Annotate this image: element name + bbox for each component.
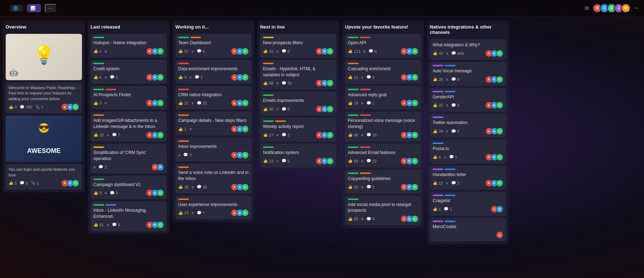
board-card[interactable]: Campaign dashboard V2 👍9≡💬3ABC bbox=[91, 176, 167, 200]
board-card[interactable]: Add social media pixel to retarget prosp… bbox=[345, 196, 421, 226]
board-card[interactable]: Team Dashboard 👍57≡💬6ABC bbox=[175, 34, 252, 58]
like-count[interactable]: 👍5 bbox=[9, 181, 17, 185]
avatar[interactable]: M bbox=[621, 4, 630, 13]
like-count[interactable]: 👍69 bbox=[348, 159, 358, 163]
filters-button[interactable]: ⊟ bbox=[585, 5, 591, 11]
board-card[interactable]: Copywriting guidelines 👍35≡💬2ABC bbox=[345, 170, 421, 194]
like-count[interactable]: 👍1 bbox=[433, 207, 441, 211]
comment-count[interactable]: 💬5 bbox=[282, 159, 290, 163]
board-card[interactable]: Weekly activity report 👍27≡💬2ABC bbox=[260, 118, 336, 141]
board-card[interactable]: Inbox improvements ≡💬3ABC bbox=[175, 138, 252, 161]
like-count[interactable]: 👍19 bbox=[348, 101, 358, 105]
like-count[interactable]: 👍31 bbox=[263, 49, 273, 53]
comment-count[interactable]: 💬16 bbox=[197, 185, 207, 189]
like-count[interactable]: 👍4 bbox=[178, 75, 186, 79]
comment-count[interactable]: 💬22 bbox=[197, 101, 207, 105]
board-card[interactable]: User experience improvements 👍13≡💬7ABC bbox=[175, 196, 252, 220]
comment-count[interactable]: 💬1 bbox=[366, 75, 375, 79]
board-card[interactable]: GenderAPI 👍22≡💬5ABC bbox=[430, 88, 506, 112]
board-card[interactable]: Cascading enrichment 👍12≡💬1ABC bbox=[345, 60, 421, 84]
comment-count[interactable]: 💬449 bbox=[451, 51, 464, 56]
comment-count[interactable]: 💬7 bbox=[197, 211, 205, 215]
like-count[interactable]: 👍57 bbox=[178, 49, 189, 53]
board-card[interactable]: Postal.io 👍6≡💬1ABC bbox=[430, 140, 506, 164]
like-count[interactable]: 👍111 bbox=[348, 49, 360, 53]
comment-count[interactable]: 💬6 bbox=[197, 49, 205, 53]
comment-count[interactable]: 💬8 bbox=[451, 77, 459, 82]
like-count[interactable]: 👍9 bbox=[93, 191, 102, 195]
comment-count[interactable]: 💬2 bbox=[451, 181, 459, 185]
board-card[interactable]: AI Prospects Finder 👍3≡ABC bbox=[91, 86, 167, 110]
comment-count[interactable]: 💬1 bbox=[366, 101, 375, 105]
comment-count[interactable]: 💬4 bbox=[451, 129, 459, 134]
like-count[interactable]: 👍43 bbox=[433, 51, 443, 56]
comment-count[interactable]: 💬2 bbox=[98, 165, 107, 169]
like-count[interactable]: 👍21 bbox=[178, 101, 189, 105]
comment-count[interactable]: 💬10 bbox=[366, 133, 377, 137]
board-card[interactable]: MerciCookie A bbox=[430, 218, 506, 242]
comment-count[interactable]: 💬6 bbox=[282, 107, 290, 112]
comment-count[interactable]: 💬2 bbox=[282, 133, 290, 137]
board-card[interactable]: Simplification of 'CRM Sync' operation ≡… bbox=[91, 144, 167, 174]
board-card[interactable]: Handwritten letter 👍13≡💬2ABC bbox=[430, 166, 506, 190]
board-card[interactable]: Inbox - LinkedIn Messaging. Enhanced. 👍5… bbox=[91, 201, 167, 231]
like-count[interactable]: 👍68 bbox=[263, 81, 273, 86]
like-count[interactable]: 👍6 bbox=[433, 155, 441, 159]
comment-count[interactable]: 💬2 bbox=[366, 185, 375, 189]
like-count[interactable]: 👍23 bbox=[263, 159, 273, 163]
like-count[interactable]: 👍4 bbox=[9, 105, 17, 109]
like-count[interactable]: 👍35 bbox=[348, 185, 358, 189]
comment-count[interactable]: 💬5 bbox=[451, 103, 459, 108]
board-card[interactable]: New prospects filters 👍31≡💬6ABC bbox=[260, 34, 336, 58]
board-card[interactable]: Credit system 👍6≡💬1ABC bbox=[91, 60, 167, 84]
board-card[interactable]: Hubspot - Native integration 👍1≡ABC bbox=[91, 34, 167, 58]
like-count[interactable]: 👍28 bbox=[433, 77, 443, 82]
like-count[interactable]: 👍1 bbox=[93, 49, 102, 53]
comment-count[interactable]: 💬31 bbox=[282, 81, 292, 86]
board-card[interactable]: CRM native integration 👍21≡💬22ABC bbox=[175, 86, 252, 110]
board-card[interactable]: Campaign details - New steps filters 👍1≡… bbox=[175, 112, 252, 135]
like-count[interactable]: 👍92 bbox=[348, 217, 358, 221]
board-card[interactable]: Emails improvements 👍30≡💬6ABC bbox=[260, 92, 336, 115]
comment-count[interactable]: 💬1 bbox=[110, 75, 118, 79]
board-card[interactable]: Twitter automation 👍34≡💬4ABC bbox=[430, 114, 506, 138]
like-count[interactable]: 👍34 bbox=[433, 129, 443, 134]
comment-count[interactable]: 💬22 bbox=[366, 159, 377, 163]
visibility-badge[interactable]: 🌐 bbox=[10, 5, 23, 12]
board-card[interactable]: Personalized voice message (voice clonin… bbox=[345, 112, 421, 141]
like-count[interactable]: 👍6 bbox=[93, 75, 102, 79]
like-count[interactable]: 👍39 bbox=[178, 185, 189, 189]
like-count[interactable]: 👍30 bbox=[263, 107, 273, 112]
board-card[interactable]: Send a voice note on LinkedIn and in the… bbox=[175, 164, 252, 194]
board-card[interactable]: Auto Vocal message 👍28≡💬8ABC bbox=[430, 62, 506, 86]
view-badge[interactable]: 📊 bbox=[27, 4, 41, 12]
comment-count[interactable]: 💬3 bbox=[183, 153, 191, 157]
board-card[interactable]: Notification system 👍23≡💬5ABC bbox=[260, 144, 336, 168]
like-count[interactable]: 👍13 bbox=[433, 181, 443, 185]
board-card[interactable]: Open API 👍111≡💬8ABC bbox=[345, 34, 421, 58]
comment-count[interactable]: 💬7 bbox=[112, 133, 120, 137]
like-count[interactable]: 👍13 bbox=[178, 211, 189, 215]
board-card[interactable]: Craigslist 👍1💬1AB bbox=[430, 192, 506, 216]
like-count[interactable]: 👍33 bbox=[93, 133, 104, 137]
board-card[interactable]: What integration & Why? 👍43≡💬449ABC bbox=[430, 39, 506, 60]
like-count[interactable]: 👍27 bbox=[263, 133, 273, 137]
more-views-button[interactable]: ⋯ bbox=[45, 4, 56, 12]
like-count[interactable]: 👍22 bbox=[433, 103, 443, 108]
like-count[interactable]: 👍96 bbox=[348, 133, 358, 137]
board-card[interactable]: Advanced Email features 👍69≡💬22ABC bbox=[345, 144, 421, 168]
like-count[interactable]: 👍51 bbox=[93, 222, 104, 227]
board-card[interactable]: Advanced reply goal 👍19≡💬1ABC bbox=[345, 86, 421, 110]
like-count[interactable]: 👍1 bbox=[178, 127, 186, 132]
comment-count[interactable]: 💬8 bbox=[369, 49, 377, 53]
comment-count[interactable]: 💬1 bbox=[195, 75, 203, 79]
comment-count[interactable]: 💬8 bbox=[112, 222, 120, 227]
comment-count[interactable]: 💬4 bbox=[366, 217, 375, 221]
like-count[interactable]: 👍12 bbox=[348, 75, 358, 79]
board-card[interactable]: Emails - Hyperlink, HTML & variables in … bbox=[260, 60, 336, 90]
comment-count[interactable]: 💬1 bbox=[444, 207, 452, 211]
comment-count[interactable]: 💬190 bbox=[20, 105, 32, 109]
comment-count[interactable]: 💬3 bbox=[110, 191, 118, 195]
like-count[interactable]: 👍3 bbox=[93, 101, 102, 105]
comment-count[interactable]: 💬6 bbox=[282, 49, 290, 53]
